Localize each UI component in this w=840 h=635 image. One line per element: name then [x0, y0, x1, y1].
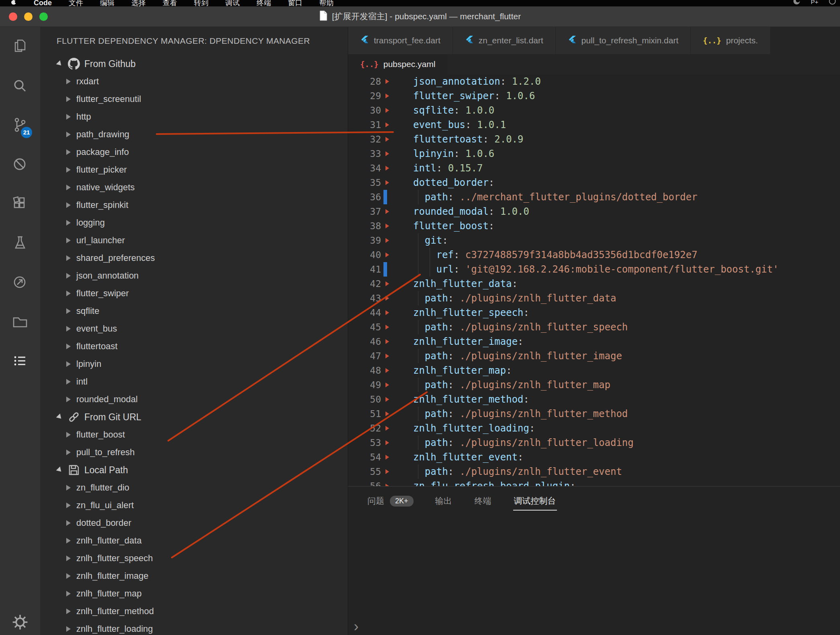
line-number[interactable]: 30	[348, 103, 381, 118]
line-number[interactable]: 44	[348, 305, 381, 320]
line-number[interactable]: 54	[348, 450, 381, 464]
line-number[interactable]: 53	[348, 436, 381, 450]
app-menu-code[interactable]: Code	[34, 0, 52, 6]
tab-projects[interactable]: {..}projects.	[691, 27, 770, 54]
tree-section-from-git-url[interactable]: From Git URL	[41, 408, 348, 426]
tree-item-zn-flu-ui-alert[interactable]: zn_flu_ui_alert	[41, 497, 348, 514]
debug-console-body[interactable]: ›	[348, 515, 840, 632]
line-number[interactable]: 42	[348, 277, 381, 291]
line-number[interactable]: 28	[348, 74, 381, 89]
tree-item-json-annotation[interactable]: json_annotation	[41, 267, 348, 285]
tree-item-rxdart[interactable]: rxdart	[41, 73, 348, 90]
menu-item-窗口[interactable]: 窗口	[288, 0, 302, 6]
line-number[interactable]: 38	[348, 219, 381, 233]
tree-item-http[interactable]: http	[41, 108, 348, 126]
line-number[interactable]: 32	[348, 132, 381, 147]
folder-icon[interactable]	[11, 313, 29, 331]
extensions-icon[interactable]	[11, 195, 29, 213]
tree-item-znlh-flutter-loading[interactable]: znlh_flutter_loading	[41, 620, 348, 635]
line-number[interactable]: 40	[348, 248, 381, 262]
no-debug-icon[interactable]	[11, 156, 29, 173]
line-number[interactable]: 29	[348, 89, 381, 103]
tab-pull-to-refresh-mixin-dart[interactable]: pull_to_refresh_mixin.dart	[556, 27, 691, 54]
input-source-icon[interactable]: P+	[811, 0, 818, 6]
line-number[interactable]: 52	[348, 421, 381, 436]
line-number[interactable]: 47	[348, 349, 381, 363]
tree-item-flutter-picker[interactable]: flutter_picker	[41, 161, 348, 179]
tree-item-pull-to-refresh[interactable]: pull_to_refresh	[41, 444, 348, 461]
line-number[interactable]: 49	[348, 378, 381, 392]
menu-item-编辑[interactable]: 编辑	[100, 0, 114, 6]
tree-item-znlh-flutter-image[interactable]: znlh_flutter_image	[41, 567, 348, 585]
line-number[interactable]: 50	[348, 392, 381, 407]
line-number[interactable]: 46	[348, 334, 381, 349]
line-number[interactable]: 36	[348, 190, 381, 204]
tree-item-rounded-modal[interactable]: rounded_modal	[41, 391, 348, 408]
tree-item-flutter-screenutil[interactable]: flutter_screenutil	[41, 90, 348, 108]
line-number[interactable]: 45	[348, 320, 381, 334]
menu-item-文件[interactable]: 文件	[69, 0, 83, 6]
menu-item-查看[interactable]: 查看	[163, 0, 177, 6]
tab-pubspec-yaml[interactable]: {..}pubspec.yaml	[348, 54, 448, 74]
line-number[interactable]: 51	[348, 407, 381, 421]
minimize-window-icon[interactable]	[24, 12, 33, 21]
panel-tab-调试控制台[interactable]: 调试控制台	[513, 491, 557, 511]
menu-item-调试[interactable]: 调试	[225, 0, 240, 6]
tree-item-zn-flutter-dio[interactable]: zn_flutter_dio	[41, 479, 348, 497]
close-window-icon[interactable]	[9, 12, 17, 21]
search-icon[interactable]	[11, 77, 29, 95]
settings-gear-icon[interactable]	[11, 613, 29, 631]
panel-tab-问题[interactable]: 问题2K+	[367, 491, 414, 511]
tree-item-znlh-flutter-method[interactable]: znlh_flutter_method	[41, 602, 348, 620]
tree-section-local-path[interactable]: Local Path	[41, 461, 348, 479]
tree-item-znlh-flutter-speech[interactable]: znlh_flutter_speech	[41, 550, 348, 567]
line-number[interactable]: 43	[348, 291, 381, 305]
dependency-list-icon[interactable]	[11, 352, 29, 370]
tree-item-logging[interactable]: logging	[41, 214, 348, 232]
tree-item-url-launcher[interactable]: url_launcher	[41, 232, 348, 249]
tab-transport-fee-dart[interactable]: transport_fee.dart	[348, 27, 453, 54]
line-number[interactable]: 33	[348, 147, 381, 161]
menu-item-帮助[interactable]: 帮助	[319, 0, 334, 6]
zoom-window-icon[interactable]	[39, 12, 48, 21]
test-beaker-icon[interactable]	[11, 234, 29, 252]
tree-item-fluttertoast[interactable]: fluttertoast	[41, 338, 348, 355]
tree-item-event-bus[interactable]: event_bus	[41, 320, 348, 338]
line-number[interactable]: 41	[348, 262, 381, 277]
tree-section-from-github[interactable]: From Github	[41, 55, 348, 73]
siri-icon[interactable]	[829, 0, 836, 6]
panel-tab-终端[interactable]: 终端	[474, 491, 492, 511]
tree-item-flutter-swiper[interactable]: flutter_swiper	[41, 285, 348, 302]
line-number[interactable]: 56	[348, 479, 381, 486]
tree-item-package-info[interactable]: package_info	[41, 143, 348, 161]
tree-item-znlh-flutter-map[interactable]: znlh_flutter_map	[41, 585, 348, 602]
explorer-icon[interactable]	[11, 38, 29, 55]
tree-item-sqflite[interactable]: sqflite	[41, 302, 348, 320]
tab-zn-enter-list-dart[interactable]: zn_enter_list.dart	[453, 27, 556, 54]
line-number[interactable]: 37	[348, 204, 381, 219]
run-circle-icon[interactable]	[11, 274, 29, 291]
line-number[interactable]: 34	[348, 161, 381, 175]
tree-item-dotted-border[interactable]: dotted_border	[41, 514, 348, 532]
panel-tab-输出[interactable]: 输出	[434, 491, 453, 511]
tree-item-lpinyin[interactable]: lpinyin	[41, 355, 348, 373]
line-number[interactable]: 31	[348, 118, 381, 132]
tree-item-native-widgets[interactable]: native_widgets	[41, 179, 348, 196]
source-control-icon[interactable]: 21	[11, 116, 29, 134]
line-number[interactable]: 35	[348, 175, 381, 190]
line-number[interactable]: 48	[348, 363, 381, 378]
tree-item-znlh-flutter-data[interactable]: znlh_flutter_data	[41, 532, 348, 550]
tree-item-flutter-boost[interactable]: flutter_boost	[41, 426, 348, 444]
tree-item-path-drawing[interactable]: path_drawing	[41, 126, 348, 143]
apple-logo-icon[interactable]	[10, 0, 17, 6]
editor-code-area[interactable]: 28json_annotation: 1.2.029flutter_swiper…	[348, 74, 840, 486]
tree-item-intl[interactable]: intl	[41, 373, 348, 391]
line-number[interactable]: 39	[348, 233, 381, 248]
line-number[interactable]: 55	[348, 464, 381, 479]
menu-item-终端[interactable]: 终端	[257, 0, 271, 6]
menu-item-选择[interactable]: 选择	[131, 0, 146, 6]
status-circle-icon[interactable]	[793, 0, 800, 6]
tree-item-flutter-spinkit[interactable]: flutter_spinkit	[41, 196, 348, 214]
menu-item-转到[interactable]: 转到	[194, 0, 208, 6]
tree-item-shared-preferences[interactable]: shared_preferences	[41, 249, 348, 267]
